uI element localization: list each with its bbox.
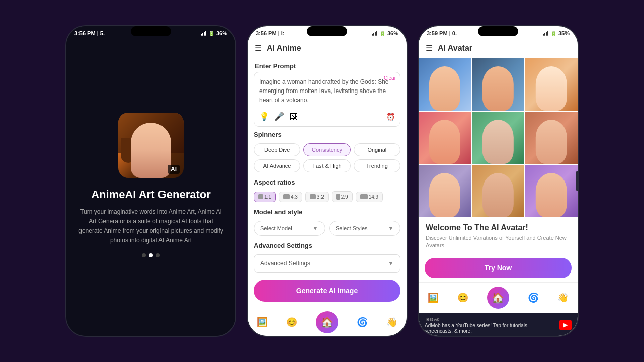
nav-avatar-face[interactable]: 😊 [286,317,297,328]
dot-1[interactable] [142,253,146,257]
ratio-square-icon [258,194,263,199]
nav-wave[interactable]: 👋 [386,317,397,328]
nav-gallery[interactable]: 🖼️ [257,317,268,328]
phone-2-screen: ☰ AI Anime Enter Prompt Clear Imagine a … [248,38,407,337]
try-now-button[interactable]: Try Now [425,258,572,278]
avatar-cell-6[interactable] [525,112,578,164]
avatar-cell-1[interactable] [419,58,471,111]
avatar-face [131,123,171,178]
nav-spinner-3[interactable]: 🌀 [528,292,539,303]
model-style-row: Select Model ▼ Select Styles ▼ [254,221,400,236]
phone-1-screen: AI AnimeAI Art Generator Turn your imagi… [66,38,235,336]
nav-gallery-3[interactable]: 🖼️ [428,292,439,303]
bottom-nav-2: 🖼️ 😊 🏠 🌀 👋 [248,307,407,337]
model-select-dropdown[interactable]: Select Model ▼ [254,221,325,236]
avatar-cell-2[interactable] [472,58,524,111]
prompt-section-label: Enter Prompt [248,58,407,72]
ad-text-3: AdMob has a YouTube series! Tap for tuto… [425,323,555,334]
advanced-section: Advanced Settings Advanced Settings ▼ [248,238,407,275]
dot-2[interactable] [149,253,153,257]
face-5 [482,120,514,164]
status-bar-1: 3:56 PM | 5. 🔋 36% [66,26,235,38]
ad-label-3: Test Ad [425,317,555,322]
phone-3-screen: ☰ AI Avatar [419,38,578,337]
status-icons-2: 🔋 36% [372,30,398,36]
battery-percent-3: 35% [558,30,570,36]
status-icons-3: 🔋 35% [543,30,570,36]
model-section: Model and style Select Model ▼ Select St… [248,204,407,238]
app-description: Turn your imaginative words into Anime A… [76,207,225,246]
signal-bars-1 [201,31,206,36]
advanced-settings-dropdown[interactable]: Advanced Settings ▼ [254,254,400,273]
status-time-3: 3:59 PM | 0. [427,30,457,36]
lightbulb-icon[interactable]: 💡 [259,112,269,121]
ai-badge: AI [168,165,180,174]
nav-spinner[interactable]: 🌀 [357,317,368,328]
spinners-grid: Deep Dive Consistency Original AI Advanc… [254,143,400,172]
battery-indicator-2: 🔋 [379,31,385,36]
battery-percent-2: 36% [387,30,398,36]
face-8 [482,173,514,217]
aspect-4-3[interactable]: 4:3 [279,192,302,202]
status-bar-2: 3:56 PM | I: 🔋 36% [248,26,407,38]
generate-button[interactable]: Generate AI Image [254,280,400,302]
spinner-deep-dive[interactable]: Deep Dive [254,143,300,156]
spinners-label: Spinners [254,129,400,140]
spinner-trending[interactable]: Trending [354,159,400,172]
nav-home-3[interactable]: 🏠 [487,287,509,309]
prompt-clear-btn[interactable]: Clear [384,75,396,81]
app-header-title-2: AI Anime [267,44,301,53]
aspect-1-1[interactable]: 1:1 [254,192,276,202]
face-3 [536,66,567,111]
aspect-ratios-row: 1:1 4:3 3:2 2:9 14:9 [254,191,400,202]
ad-banner-3-content: Test Ad AdMob has a YouTube series! Tap … [425,317,555,334]
welcome-subtitle: Discover Unlimited Variations of Yoursel… [426,234,571,250]
face-4 [429,120,460,164]
notch-3 [478,26,518,36]
aspect-label: Aspect ratios [254,176,400,188]
prompt-area[interactable]: Clear Imagine a woman handcrafted by the… [254,72,400,127]
app-header-2: ☰ AI Anime [248,38,407,58]
nav-wave-3[interactable]: 👋 [557,292,569,303]
aspect-2-9[interactable]: 2:9 [332,191,353,202]
model-chevron-icon: ▼ [312,225,318,232]
model-select-label: Select Model [260,225,292,231]
nav-home[interactable]: 🏠 [316,311,338,333]
youtube-ad-button[interactable]: ▶ [559,320,572,330]
sidebar-handle[interactable] [576,171,579,191]
style-select-dropdown[interactable]: Select Styles ▼ [329,221,400,236]
spinner-consistency[interactable]: Consistency [303,143,350,156]
avatar-cell-4[interactable] [419,112,471,164]
spinner-original[interactable]: Original [354,143,400,156]
dot-3[interactable] [156,253,160,257]
aspect-3-2[interactable]: 3:2 [305,192,329,202]
anime-avatar-image: AI [118,113,184,178]
hamburger-menu-icon-3[interactable]: ☰ [426,43,433,53]
face-7 [429,173,460,217]
app-header-title-3: AI Avatar [438,44,472,53]
phone-2: 3:56 PM | I: 🔋 36% ☰ AI Anime Enter Prom… [247,25,408,337]
notch-2 [307,26,347,36]
battery-percent-1: 36% [216,30,227,36]
prompt-action-icons: 💡 🎤 🖼 ⏰ [259,112,395,121]
aspect-14-9[interactable]: 14:9 [356,192,383,202]
style-select-label: Select Styles [336,225,368,231]
avatar-cell-5[interactable] [472,112,524,164]
face-6 [536,120,567,164]
spinner-ai-advance[interactable]: AI Advance [254,159,300,172]
ratio-2-9-icon [336,194,340,200]
status-icons-1: 🔋 36% [201,30,227,36]
avatar-cell-9[interactable] [525,165,578,217]
mic-icon[interactable]: 🎤 [274,112,284,121]
spinner-fast-high[interactable]: Fast & High [303,159,350,172]
avatar-cell-3[interactable] [525,58,578,111]
status-time-2: 3:56 PM | I: [256,30,284,36]
phone-3: 3:59 PM | 0. 🔋 35% ☰ AI Avatar [418,25,579,337]
image-icon[interactable]: 🖼 [289,112,297,121]
style-chevron-icon: ▼ [388,225,394,232]
avatar-cell-7[interactable] [419,165,471,217]
hamburger-menu-icon[interactable]: ☰ [255,43,262,53]
nav-avatar-face-3[interactable]: 😊 [457,292,468,303]
timer-icon[interactable]: ⏰ [386,113,395,121]
avatar-cell-8[interactable] [472,165,524,217]
